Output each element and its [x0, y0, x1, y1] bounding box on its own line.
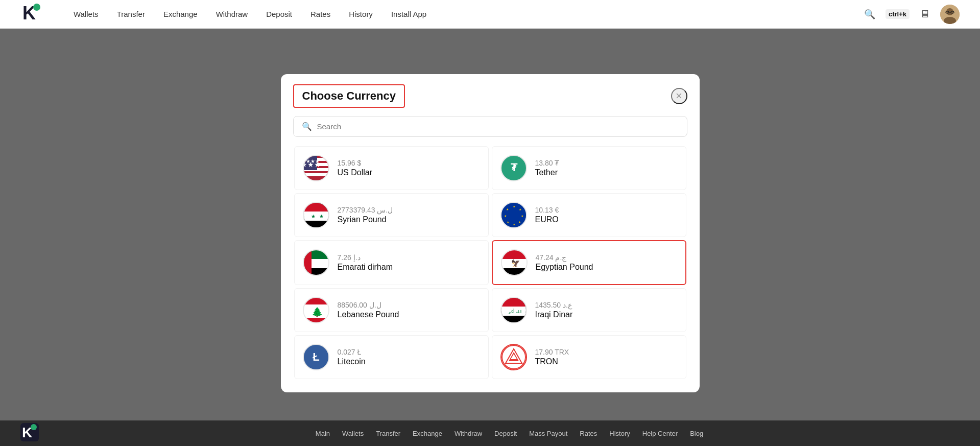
flag-uae: [303, 249, 329, 276]
flag-litecoin: Ł: [303, 344, 329, 370]
currency-name-tether: Tether: [535, 168, 560, 177]
svg-rect-56: [304, 298, 329, 304]
svg-rect-31: [304, 212, 329, 221]
currency-name-usd: US Dollar: [338, 168, 372, 177]
svg-rect-49: [304, 250, 312, 276]
flag-tether: ₮: [500, 155, 527, 181]
svg-text:★: ★: [506, 208, 508, 211]
currency-amount-aed: 7.26 د.إ: [338, 253, 393, 262]
currency-info-egp: 47.24 ج.م Egyptian Pound: [536, 253, 593, 272]
modal-header: Choose Currency ×: [281, 74, 700, 116]
modal-backdrop: Choose Currency × 🔍: [0, 0, 980, 446]
currency-item-tether[interactable]: ₮ 13.80 ₮ Tether: [492, 146, 686, 190]
currency-item-syp[interactable]: ★ ★ 2773379.43 ل.س Syrian Pound: [294, 193, 489, 237]
currency-item-eur[interactable]: ★ ★ ★ ★ ★ ★ ★ ★ 10.13 € EURO: [492, 193, 686, 237]
svg-text:₮: ₮: [510, 162, 517, 173]
currency-name-aed: Emarati dirham: [338, 263, 393, 272]
modal-close-button[interactable]: ×: [671, 88, 687, 104]
svg-text:🌲: 🌲: [312, 307, 323, 318]
search-icon: 🔍: [302, 122, 312, 131]
search-box: 🔍: [293, 116, 687, 137]
currency-amount-usd: 15.96 $: [338, 159, 372, 167]
currency-amount-eur: 10.13 €: [535, 206, 559, 214]
modal-title-box: Choose Currency: [293, 84, 405, 108]
svg-text:Ł: Ł: [313, 350, 320, 363]
svg-rect-51: [502, 250, 528, 259]
flag-iraq: الله أكبر: [500, 297, 527, 323]
svg-text:★: ★: [512, 205, 515, 208]
currency-name-trx: TRON: [535, 357, 569, 366]
currency-name-egp: Egyptian Pound: [536, 263, 593, 272]
currency-info-iqd: 1435.50 ع.د Iraqi Dinar: [535, 301, 573, 319]
flag-usd: ★★★ ★★★★: [303, 155, 329, 181]
currency-info-aed: 7.26 د.إ Emarati dirham: [338, 253, 393, 272]
currency-name-eur: EURO: [535, 215, 559, 224]
currency-info-trx: 17.90 TRX TRON: [535, 348, 569, 366]
svg-text:★: ★: [519, 208, 521, 211]
svg-rect-18: [304, 176, 329, 181]
choose-currency-modal: Choose Currency × 🔍: [281, 74, 700, 392]
flag-lebanon: 🌲: [303, 297, 329, 323]
flag-euro: ★ ★ ★ ★ ★ ★ ★ ★: [500, 202, 527, 228]
currency-name-iqd: Iraqi Dinar: [535, 310, 573, 319]
svg-rect-17: [304, 171, 329, 173]
currency-info-lbp: 88506.00 ل.ل Lebanese Pound: [338, 301, 399, 319]
currency-amount-egp: 47.24 ج.م: [536, 253, 593, 262]
svg-text:الله أكبر: الله أكبر: [508, 309, 521, 314]
modal-search-container: 🔍: [281, 116, 700, 145]
currency-amount-trx: 17.90 TRX: [535, 348, 569, 356]
svg-rect-22: [304, 173, 329, 175]
flag-egypt: 🦅: [501, 249, 528, 276]
currency-info-usd: 15.96 $ US Dollar: [338, 159, 372, 177]
svg-text:★★★★: ★★★★: [304, 158, 320, 164]
svg-rect-57: [304, 318, 329, 323]
currency-info-syp: 2773379.43 ل.س Syrian Pound: [338, 206, 393, 224]
search-input[interactable]: [317, 122, 679, 131]
currency-item-aed[interactable]: 7.26 د.إ Emarati dirham: [294, 240, 489, 285]
modal-title: Choose Currency: [302, 89, 396, 102]
svg-text:★: ★: [310, 214, 315, 219]
flag-tron: [500, 344, 527, 370]
currency-item-ltc[interactable]: Ł 0.027 Ł Litecoin: [294, 335, 489, 379]
currency-item-trx[interactable]: 17.90 TRX TRON: [492, 335, 686, 379]
svg-rect-32: [304, 221, 329, 228]
flag-syria: ★ ★: [303, 202, 329, 228]
currency-info-eur: 10.13 € EURO: [535, 206, 559, 224]
currency-amount-tether: 13.80 ₮: [535, 159, 560, 167]
svg-text:★: ★: [521, 215, 523, 218]
svg-text:🦅: 🦅: [511, 259, 520, 268]
currency-info-ltc: 0.027 Ł Litecoin: [338, 348, 366, 366]
currency-name-syp: Syrian Pound: [338, 215, 393, 224]
currency-item-usd[interactable]: ★★★ ★★★★ 15.96 $ US Dollar: [294, 146, 489, 190]
svg-rect-53: [502, 268, 528, 276]
currency-name-ltc: Litecoin: [338, 357, 366, 366]
svg-rect-30: [304, 203, 329, 212]
svg-text:★: ★: [507, 221, 509, 224]
svg-text:★: ★: [319, 214, 323, 219]
currency-info-tether: 13.80 ₮ Tether: [535, 159, 560, 177]
currency-item-egp[interactable]: 🦅 47.24 ج.م Egyptian Pound: [492, 240, 686, 285]
currency-item-lbp[interactable]: 🌲 88506.00 ل.ل Lebanese Pound: [294, 288, 489, 332]
svg-text:★: ★: [504, 215, 506, 218]
currency-grid: ★★★ ★★★★ 15.96 $ US Dollar ₮: [281, 145, 700, 392]
svg-rect-60: [501, 298, 527, 307]
currency-amount-syp: 2773379.43 ل.س: [338, 206, 393, 214]
currency-amount-iqd: 1435.50 ع.د: [535, 301, 573, 309]
svg-text:★: ★: [518, 221, 520, 224]
svg-rect-62: [501, 316, 527, 323]
currency-amount-ltc: 0.027 Ł: [338, 348, 366, 356]
currency-item-iqd[interactable]: الله أكبر 1435.50 ع.د Iraqi Dinar: [492, 288, 686, 332]
currency-name-lbp: Lebanese Pound: [338, 310, 399, 319]
currency-amount-lbp: 88506.00 ل.ل: [338, 301, 399, 309]
svg-text:★: ★: [512, 223, 515, 226]
